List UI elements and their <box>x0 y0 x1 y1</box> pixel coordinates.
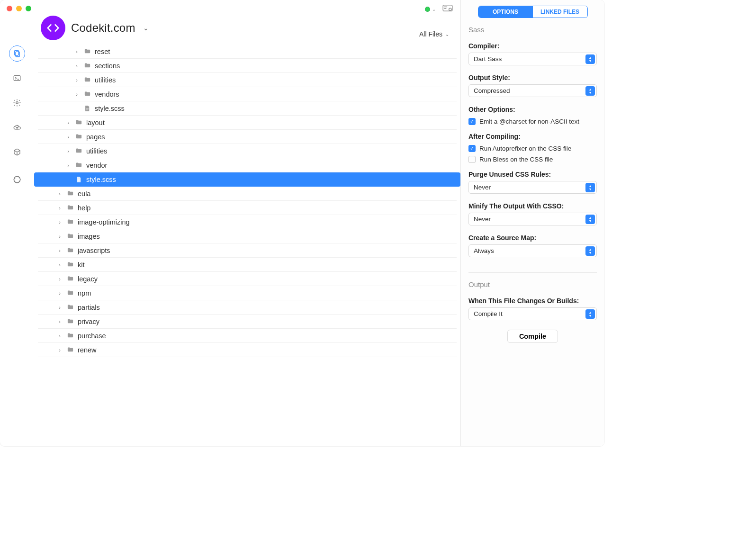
disclosure-triangle-icon[interactable]: › <box>57 191 63 197</box>
row-label: vendors <box>95 90 119 98</box>
disclosure-triangle-icon[interactable]: › <box>57 276 63 282</box>
disclosure-triangle-icon[interactable]: › <box>57 319 63 324</box>
option-charset-label: Emit a @charset for non-ASCII text <box>479 118 579 125</box>
folder-row[interactable]: ›images <box>38 229 457 243</box>
sidebar-files-icon[interactable] <box>9 45 25 62</box>
after-compiling-label: After Compiling: <box>468 133 597 140</box>
row-label: sections <box>95 62 120 70</box>
option-bless[interactable]: Run Bless on the CSS file <box>468 156 597 163</box>
tab-linked-files[interactable]: LINKED FILES <box>533 6 587 18</box>
row-label: privacy <box>78 318 99 325</box>
folder-icon <box>65 289 75 297</box>
file-icon <box>82 105 92 112</box>
folder-row[interactable]: ›layout <box>38 116 457 130</box>
folder-row[interactable]: ›image-optimizing <box>38 215 457 229</box>
topbar: Codekit.com ⌄ ⌄ All Files ⌄ <box>34 0 460 43</box>
svg-rect-0 <box>15 50 18 55</box>
folder-row[interactable]: ›help <box>38 201 457 215</box>
disclosure-triangle-icon[interactable]: › <box>57 248 63 253</box>
preview-toggle-icon[interactable] <box>442 5 453 14</box>
disclosure-triangle-icon[interactable]: › <box>57 205 63 211</box>
folder-icon <box>65 332 75 339</box>
file-filter-dropdown[interactable]: All Files ⌄ <box>419 30 449 38</box>
sourcemap-value: Always <box>474 247 494 254</box>
updown-chevron-icon: ▴▾ <box>585 215 595 224</box>
disclosure-triangle-icon[interactable]: › <box>74 63 80 69</box>
disclosure-triangle-icon[interactable]: › <box>74 77 80 83</box>
output-style-select[interactable]: Compressed ▴▾ <box>468 84 597 97</box>
folder-icon <box>82 90 92 98</box>
sidebar-cloud-icon[interactable] <box>9 119 25 135</box>
output-style-label: Output Style: <box>468 74 597 81</box>
purge-select[interactable]: Never ▴▾ <box>468 181 597 194</box>
divider <box>468 272 597 273</box>
close-window-icon[interactable] <box>7 6 12 11</box>
sidebar-history-icon[interactable] <box>9 171 25 188</box>
server-status[interactable]: ⌄ <box>425 7 436 12</box>
sidebar-package-icon[interactable] <box>9 144 25 160</box>
row-label: kit <box>78 261 85 269</box>
row-label: utilities <box>95 76 116 84</box>
folder-row[interactable]: ›pages <box>38 130 457 144</box>
svg-point-3 <box>16 102 18 104</box>
folder-row[interactable]: ›renew <box>38 343 457 357</box>
folder-row[interactable]: ›utilities <box>38 73 457 87</box>
sidebar-settings-icon[interactable] <box>9 95 25 111</box>
minimize-window-icon[interactable] <box>16 6 22 11</box>
sidebar-terminal-icon[interactable] <box>9 70 25 86</box>
file-row[interactable]: style.scss <box>38 101 457 116</box>
row-label: images <box>78 233 100 240</box>
folder-row[interactable]: ›legacy <box>38 272 457 286</box>
disclosure-triangle-icon[interactable]: › <box>57 219 63 225</box>
option-charset[interactable]: ✓ Emit a @charset for non-ASCII text <box>468 118 597 125</box>
disclosure-triangle-icon[interactable]: › <box>57 333 63 339</box>
file-row[interactable]: style.scss <box>34 172 460 187</box>
folder-row[interactable]: ›eula <box>38 187 457 201</box>
folder-row[interactable]: ›npm <box>38 286 457 300</box>
when-changes-select[interactable]: Compile It ▴▾ <box>468 307 597 320</box>
folder-row[interactable]: ›purchase <box>38 329 457 343</box>
folder-row[interactable]: ›kit <box>38 258 457 272</box>
folder-row[interactable]: ›vendors <box>38 87 457 101</box>
compiler-select[interactable]: Dart Sass ▴▾ <box>468 53 597 65</box>
option-bless-label: Run Bless on the CSS file <box>479 156 553 163</box>
disclosure-triangle-icon[interactable]: › <box>57 234 63 239</box>
disclosure-triangle-icon[interactable]: › <box>65 134 71 140</box>
disclosure-triangle-icon[interactable]: › <box>57 347 63 353</box>
disclosure-triangle-icon[interactable]: › <box>57 262 63 268</box>
project-switcher[interactable]: Codekit.com ⌄ <box>41 16 149 40</box>
option-autoprefixer[interactable]: ✓ Run Autoprefixer on the CSS file <box>468 145 597 152</box>
folder-row[interactable]: ›reset <box>38 45 457 59</box>
disclosure-triangle-icon[interactable]: › <box>74 49 80 54</box>
folder-icon <box>74 147 83 154</box>
disclosure-triangle-icon[interactable]: › <box>57 305 63 310</box>
folder-row[interactable]: ›vendor <box>38 158 457 172</box>
disclosure-triangle-icon[interactable]: › <box>65 148 71 154</box>
row-label: npm <box>78 289 91 297</box>
minify-select[interactable]: Never ▴▾ <box>468 213 597 225</box>
sourcemap-label: Create a Source Map: <box>468 234 597 242</box>
row-label: image-optimizing <box>78 218 130 226</box>
compile-button[interactable]: Compile <box>507 330 558 343</box>
checkbox-icon: ✓ <box>468 145 476 152</box>
disclosure-triangle-icon[interactable]: › <box>65 162 71 168</box>
folder-icon <box>74 119 83 126</box>
fullscreen-window-icon[interactable] <box>26 6 31 11</box>
folder-row[interactable]: ›partials <box>38 300 457 315</box>
row-label: legacy <box>78 275 98 283</box>
status-dot-icon <box>425 7 430 12</box>
section-sass-title: Sass <box>468 26 597 34</box>
folder-row[interactable]: ›utilities <box>38 144 457 158</box>
folder-row[interactable]: ›javascripts <box>38 243 457 258</box>
window-traffic-lights[interactable] <box>7 6 31 11</box>
folder-row[interactable]: ›sections <box>38 59 457 73</box>
disclosure-triangle-icon[interactable]: › <box>57 290 63 296</box>
disclosure-triangle-icon[interactable]: › <box>65 120 71 126</box>
disclosure-triangle-icon[interactable]: › <box>74 91 80 97</box>
tab-options[interactable]: OPTIONS <box>478 6 533 18</box>
folder-row[interactable]: ›privacy <box>38 315 457 329</box>
updown-chevron-icon: ▴▾ <box>585 309 595 319</box>
checkbox-icon: ✓ <box>468 118 476 125</box>
other-options-label: Other Options: <box>468 106 597 113</box>
sourcemap-select[interactable]: Always ▴▾ <box>468 244 597 257</box>
